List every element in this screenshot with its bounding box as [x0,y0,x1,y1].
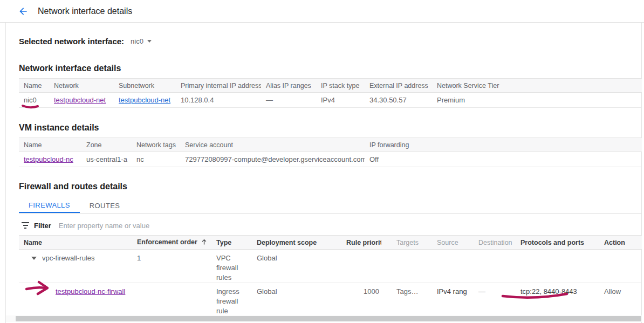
col-header: Zone [81,138,132,152]
col-header: Network [49,79,114,93]
horizontal-scrollbar-thumb[interactable] [16,316,641,321]
cell-protocols: tcp:22, 8440-8443 [516,283,599,317]
firewall-group-row: vpc-firewall-rules 1 VPC firewall rules … [19,250,642,283]
col-header-action: Action [599,236,642,250]
col-header: Service account [180,138,365,152]
interface-selected-value: nic0 [131,37,143,45]
enforcement-order-label: Enforcement order [137,238,197,246]
cell-alias-ranges: — [261,93,316,108]
interface-select-dropdown[interactable]: nic0 [131,37,152,45]
firewalls-table: Name Enforcement order Type Deployment s… [19,235,642,317]
table-header-row: Name Zone Network tags Service account I… [19,138,642,152]
cell-source [432,250,474,283]
cell-service-tier: Premium [432,93,642,108]
filter-label: Filter [34,222,51,230]
cell-ip-forwarding: Off [365,152,642,167]
sort-ascending-icon [201,239,208,247]
horizontal-scrollbar [6,315,642,322]
tab-routes[interactable]: ROUTES [80,198,130,213]
cell-network: testpubcloud-net [49,93,114,108]
network-link[interactable]: testpubcloud-net [54,96,106,104]
collapse-caret-icon[interactable] [31,257,37,260]
cell-name: vpc-firewall-rules [19,250,132,283]
col-header-destination: Destination [474,236,516,250]
chevron-down-icon [147,40,152,43]
cell-name: testpubcloud-nc-firwall [19,283,132,317]
section-title-firewall-routes: Firewall and routes details [19,182,641,191]
table-header-row: Name Network Subnetwork Primary internal… [19,79,642,93]
col-header: Alias IP ranges [261,79,316,93]
cell-rule-priority [341,250,381,283]
cell-type: Ingress firewall rule [211,283,252,317]
tab-firewalls[interactable]: FIREWALLS [19,198,80,213]
col-header: Network Service Tier [432,79,642,93]
table-header-row: Name Enforcement order Type Deployment s… [19,236,642,250]
section-title-vm-instance: VM instance details [19,123,641,133]
col-header-rule-priority: Rule priority [341,236,381,250]
col-header-type: Type [211,236,252,250]
col-header-source: Source [432,236,474,250]
cell-destination [474,250,516,283]
cell-external-ip: 34.30.50.57 [365,93,432,108]
table-row: testpubcloud-nc us-central1-a nc 7297720… [19,152,642,167]
table-row: nic0 testpubcloud-net testpubcloud-net 1… [19,93,642,108]
filter-input[interactable] [59,222,285,230]
cell-zone: us-central1-a [81,152,132,167]
cell-name: nic0 [19,93,49,108]
col-header-targets: Targets [381,236,432,250]
cell-deployment-scope: Global [252,283,341,317]
firewall-rule-link[interactable]: testpubcloud-nc-firwall [56,287,125,295]
cell-targets [381,250,432,283]
col-header-enforcement-order[interactable]: Enforcement order [132,236,211,250]
cell-network-tags: nc [132,152,180,167]
cell-type: VPC firewall rules [211,250,252,283]
interface-selector-row: Selected network interface: nic0 [19,23,641,46]
firewall-routes-tabbar: FIREWALLS ROUTES [19,198,641,214]
vm-instance-table: Name Zone Network tags Service account I… [19,138,642,167]
filter-list-icon [21,222,30,229]
firewall-group-name: vpc-firewall-rules [42,254,95,262]
cell-targets: Tags… [381,283,432,317]
cell-enforcement-order [132,283,211,317]
cell-subnetwork: testpubcloud-net [114,93,176,108]
interface-selector-label: Selected network interface: [19,37,124,46]
cell-enforcement-order: 1 [132,250,211,283]
col-header: External IP address [365,79,432,93]
col-header: Primary internal IP address [176,79,261,93]
filter-bar[interactable]: Filter [19,218,641,232]
cell-ip-stack: IPv4 [316,93,365,108]
arrow-back-icon [18,6,29,17]
network-interface-table: Name Network Subnetwork Primary internal… [19,78,642,108]
col-header: Subnetwork [114,79,176,93]
back-button[interactable] [15,3,31,19]
cell-protocols [516,250,599,283]
section-title-network-interface: Network interface details [19,64,641,73]
cell-action [599,250,642,283]
cell-source: IPv4 rang [432,283,474,317]
col-header-protocols: Protocols and ports [516,236,599,250]
cell-service-account: 729772080997-compute@developer.gservicea… [180,152,365,167]
app-bar: Network interface details [0,0,644,23]
col-header: Name [19,138,81,152]
cell-primary-ip: 10.128.0.4 [176,93,261,108]
cell-name: testpubcloud-nc [19,152,81,167]
cell-rule-priority: 1000 [341,283,381,317]
firewall-rule-row: testpubcloud-nc-firwall Ingress firewall… [19,283,642,317]
col-header: IP forwarding [365,138,642,152]
col-header-name: Name [19,236,132,250]
content-panel: Selected network interface: nic0 Network… [5,23,642,323]
subnetwork-link[interactable]: testpubcloud-net [119,96,170,104]
vm-instance-link[interactable]: testpubcloud-nc [24,155,73,163]
col-header: Network tags [132,138,180,152]
cell-action: Allow [599,283,642,317]
page-title: Network interface details [38,6,132,16]
col-header-deployment-scope: Deployment scope [252,236,341,250]
cell-deployment-scope: Global [252,250,341,283]
col-header: IP stack type [316,79,365,93]
col-header: Name [19,79,49,93]
cell-destination: — [474,283,516,317]
